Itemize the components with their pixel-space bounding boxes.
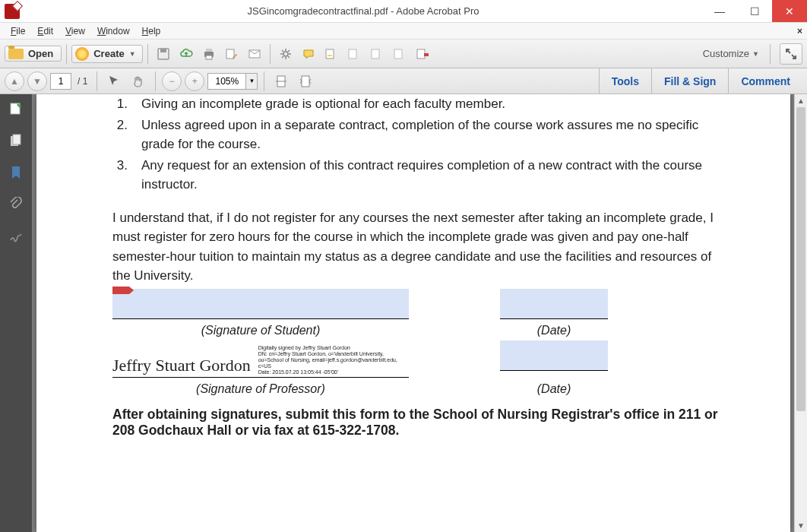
thumbnails-icon[interactable] bbox=[8, 100, 24, 117]
fit-width-button[interactable] bbox=[295, 71, 316, 92]
svg-rect-10 bbox=[349, 49, 356, 59]
submission-note: After obtaining signatures, submit this … bbox=[112, 407, 729, 439]
svg-rect-8 bbox=[326, 49, 334, 59]
navigation-pane bbox=[0, 94, 32, 532]
vertical-scrollbar[interactable]: ▲ ▼ bbox=[794, 94, 807, 532]
svg-rect-4 bbox=[206, 55, 212, 59]
student-date-field[interactable] bbox=[500, 289, 608, 319]
sign-here-flag-icon bbox=[112, 287, 134, 294]
chevron-down-icon: ▼ bbox=[129, 50, 136, 58]
save-button[interactable] bbox=[153, 43, 174, 65]
list-item: 1.Giving an incomplete grade is optional… bbox=[112, 94, 729, 114]
scroll-down-button[interactable]: ▼ bbox=[795, 519, 807, 532]
separator bbox=[155, 71, 156, 91]
zoom-input[interactable] bbox=[207, 73, 245, 90]
sign-button[interactable] bbox=[389, 43, 410, 65]
maximize-button[interactable]: ☐ bbox=[737, 0, 772, 22]
svg-rect-11 bbox=[372, 49, 379, 59]
pages-icon[interactable] bbox=[8, 132, 24, 149]
title-bar: JSGincomgradecontractfinal.pdf - Adobe A… bbox=[0, 0, 807, 23]
menu-window[interactable]: Window bbox=[91, 24, 136, 38]
pdf-page: 1.Giving an incomplete grade is optional… bbox=[36, 94, 790, 532]
create-icon bbox=[75, 47, 89, 61]
sig-meta-line: DN: cn=Jeffry Stuart Gordon, o=Vanderbil… bbox=[258, 351, 409, 357]
student-signature-field[interactable] bbox=[112, 289, 409, 319]
content-area: 1.Giving an incomplete grade is optional… bbox=[0, 94, 807, 532]
create-button[interactable]: Create ▼ bbox=[71, 45, 142, 63]
settings-button[interactable] bbox=[275, 43, 296, 65]
open-button[interactable]: Open bbox=[5, 46, 62, 62]
tools-panel-tab[interactable]: Tools bbox=[599, 68, 651, 93]
chevron-down-icon: ▼ bbox=[752, 50, 759, 58]
fit-page-button[interactable] bbox=[271, 71, 292, 92]
menu-bar: File Edit View Window Help × bbox=[0, 23, 807, 40]
signatures-icon[interactable] bbox=[8, 228, 24, 245]
menu-file[interactable]: File bbox=[5, 24, 31, 38]
scroll-up-button[interactable]: ▲ bbox=[795, 94, 807, 107]
form-button[interactable] bbox=[412, 43, 433, 65]
edit-text-button[interactable] bbox=[221, 43, 242, 65]
zoom-control: ▼ bbox=[207, 73, 258, 90]
svg-point-7 bbox=[283, 52, 288, 56]
svg-rect-12 bbox=[394, 49, 402, 59]
nav-toolbar: ▲ ▼ / 1 − + ▼ Tools Fill & Sign Comment bbox=[0, 68, 807, 94]
professor-signature-field[interactable]: Jeffry Stuart Gordon Digitally signed by… bbox=[112, 345, 409, 378]
customize-label: Customize bbox=[703, 48, 749, 59]
svg-rect-5 bbox=[226, 49, 234, 59]
signature-row-student bbox=[112, 289, 729, 319]
customize-button[interactable]: Customize ▼ bbox=[697, 48, 765, 59]
svg-rect-3 bbox=[206, 49, 212, 52]
page-number-input[interactable] bbox=[50, 73, 71, 90]
email-button[interactable] bbox=[244, 43, 265, 65]
window-title: JSGincomgradecontractfinal.pdf - Adobe A… bbox=[24, 5, 702, 17]
open-label: Open bbox=[28, 48, 53, 59]
document-viewport[interactable]: 1.Giving an incomplete grade is optional… bbox=[32, 94, 807, 532]
separator bbox=[270, 44, 271, 64]
sig-meta-line: c=US bbox=[258, 363, 409, 369]
list-text: Unless agreed upon in a separate contrac… bbox=[141, 116, 729, 154]
date-label: (Date) bbox=[500, 324, 608, 337]
list-item: 2.Unless agreed upon in a separate contr… bbox=[112, 116, 729, 154]
attach-button[interactable] bbox=[366, 43, 388, 65]
close-button[interactable]: ✕ bbox=[772, 0, 807, 22]
fill-sign-panel-tab[interactable]: Fill & Sign bbox=[651, 68, 728, 93]
sig-meta-line: Date: 2015.07.20 13:05:44 -05'00' bbox=[258, 369, 409, 375]
highlight-button[interactable] bbox=[321, 43, 342, 65]
page-down-button[interactable]: ▼ bbox=[27, 71, 47, 91]
zoom-dropdown-button[interactable]: ▼ bbox=[245, 73, 258, 90]
comment-panel-tab[interactable]: Comment bbox=[728, 68, 802, 93]
print-button[interactable] bbox=[198, 43, 220, 65]
list-item: 3.Any request for an extension of this c… bbox=[112, 156, 729, 195]
page-up-button[interactable]: ▲ bbox=[5, 71, 24, 91]
document-content: 1.Giving an incomplete grade is optional… bbox=[112, 94, 790, 439]
svg-rect-1 bbox=[160, 49, 166, 52]
create-label: Create bbox=[93, 48, 124, 59]
professor-sig-label: (Signature of Professor) bbox=[112, 382, 409, 396]
list-text: Giving an incomplete grade is optional f… bbox=[141, 94, 505, 114]
select-tool-button[interactable] bbox=[103, 71, 125, 92]
minimize-button[interactable]: — bbox=[702, 0, 737, 22]
menu-view[interactable]: View bbox=[59, 24, 91, 38]
stamp-button[interactable] bbox=[343, 43, 365, 65]
scroll-thumb[interactable] bbox=[796, 107, 805, 411]
document-close-button[interactable]: × bbox=[797, 26, 802, 36]
zoom-in-button[interactable]: + bbox=[185, 71, 204, 91]
main-toolbar: Open Create ▼ Customize ▼ bbox=[0, 40, 807, 68]
svg-rect-16 bbox=[302, 76, 309, 87]
fullscreen-button[interactable] bbox=[780, 43, 802, 65]
zoom-out-button[interactable]: − bbox=[162, 71, 182, 91]
separator bbox=[770, 44, 771, 64]
comment-bubble-button[interactable] bbox=[298, 43, 319, 65]
understanding-paragraph: I understand that, if I do not register … bbox=[112, 208, 729, 286]
signature-row-professor: Jeffry Stuart Gordon Digitally signed by… bbox=[112, 340, 729, 378]
app-icon bbox=[5, 4, 20, 19]
professor-date-field[interactable] bbox=[500, 340, 608, 371]
svg-rect-13 bbox=[417, 49, 425, 59]
digital-signature-meta: Digitally signed by Jeffry Stuart Gordon… bbox=[258, 345, 409, 375]
attachments-icon[interactable] bbox=[8, 196, 24, 213]
cloud-button[interactable] bbox=[176, 43, 197, 65]
menu-edit[interactable]: Edit bbox=[31, 24, 59, 38]
hand-tool-button[interactable] bbox=[128, 71, 149, 92]
menu-help[interactable]: Help bbox=[136, 24, 167, 38]
bookmarks-icon[interactable] bbox=[8, 164, 24, 181]
